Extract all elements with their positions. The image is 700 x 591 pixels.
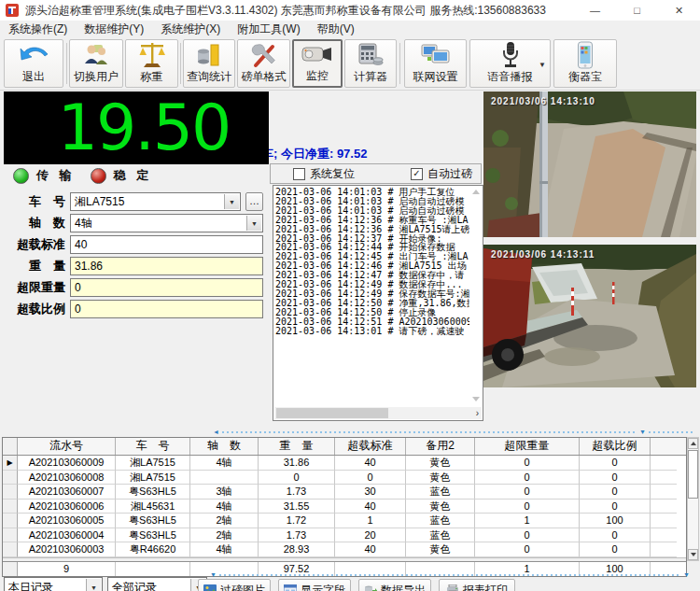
table-cell: 40	[335, 500, 406, 514]
column-header[interactable]: 流水号	[18, 438, 116, 455]
ticket-format-button[interactable]: 磅单格式	[237, 39, 290, 88]
menu-item[interactable]: 附加工具(W)	[229, 21, 308, 37]
weight-row: 重 量 31.86	[0, 257, 271, 275]
query-stats-button[interactable]: 查询统计	[183, 39, 235, 88]
record-range-filter[interactable]: 本日记录 ▼	[4, 577, 103, 591]
scrollbar-thumb[interactable]	[688, 450, 698, 499]
chevron-down-icon[interactable]: ▼	[539, 61, 546, 69]
calculator-button[interactable]: 计算器	[344, 39, 397, 88]
chevron-down-icon[interactable]: ▼	[224, 194, 239, 209]
export-data-button[interactable]: 数据导出	[358, 579, 431, 591]
table-row[interactable]: A202103060006湘L456314轴31.5540黄色00	[3, 500, 686, 514]
event-log-panel[interactable]: 2021-03-06 14:01:03 # 用户手工复位2021-03-06 1…	[273, 185, 483, 421]
scrollbar-thumb[interactable]	[276, 408, 388, 418]
overload-ratio-input[interactable]: 0	[70, 300, 263, 318]
table-cell: 0	[475, 500, 580, 514]
weight-led-display: 19.50	[4, 91, 269, 164]
table-cell: 1.72	[259, 514, 335, 528]
table-cell: A202103060009	[18, 456, 116, 471]
table-cell: 黄色	[406, 500, 475, 514]
table-row[interactable]: A202103060007粤S63HL53轴1.7330蓝色00	[3, 485, 686, 500]
table-cell: 2轴	[190, 528, 259, 543]
table-cell: 40	[335, 456, 406, 471]
table-header-row: 流水号车 号轴 数重 量超载标准备用2超限重量超载比例	[3, 438, 686, 456]
footer-button-label: 显示字段	[301, 583, 345, 591]
column-header[interactable]: 超限重量	[475, 438, 580, 455]
scroll-right-icon[interactable]: ›	[476, 407, 479, 419]
show-fields-button[interactable]: 显示字段	[278, 579, 351, 591]
overload-standard-row: 超载标准 40	[0, 235, 271, 254]
exit-button[interactable]: 退出	[4, 39, 63, 88]
table-cell: A202103060005	[18, 514, 116, 528]
chevron-down-icon[interactable]: ▼	[86, 579, 101, 591]
table-cell: 粤R46620	[116, 542, 190, 557]
table-cell: 粤S63HL5	[116, 528, 190, 543]
scroll-down-icon[interactable]	[472, 397, 480, 401]
column-header[interactable]: 备用2	[406, 438, 475, 455]
overload-ratio-value: 0	[75, 303, 81, 316]
column-header[interactable]: 车 号	[116, 438, 190, 455]
close-button[interactable]: ✕	[658, 0, 700, 21]
plate-number-combo[interactable]: 湘LA7515 ▼	[70, 192, 241, 211]
scroll-up-icon[interactable]	[472, 190, 480, 194]
minimize-button[interactable]: —	[574, 0, 616, 21]
calculator-icon	[357, 40, 384, 69]
splitter-collapse-down-icon[interactable]: ▼	[639, 428, 646, 436]
switch-user-button[interactable]: 切换用户	[69, 39, 123, 88]
overload-standard-label: 超载标准	[0, 236, 65, 253]
camera2-scene	[483, 245, 696, 387]
records-table[interactable]: 流水号车 号轴 数重 量超载标准备用2超限重量超载比例▶A20210306000…	[2, 437, 687, 577]
scroll-down-icon[interactable]	[688, 549, 698, 560]
voice-broadcast-button[interactable]: 语音播报 ▼	[469, 39, 551, 88]
table-row[interactable]: A202103060005粤S63HL52轴1.721蓝色1100	[3, 514, 686, 528]
splitter-collapse-down-icon[interactable]: ▼	[683, 570, 690, 579]
table-cell: 黄色	[406, 542, 475, 557]
table-row[interactable]: A202103060003粤R466204轴28.9340黄色00	[3, 542, 686, 557]
row-selector	[3, 514, 18, 528]
camera1-timestamp: 2021/03/06 14:13:10	[491, 96, 595, 106]
record-type-filter[interactable]: 全部记录 ▼	[107, 577, 207, 591]
row-selector	[3, 528, 18, 543]
table-cell: 4轴	[190, 500, 259, 514]
stable-label: 稳 定	[114, 167, 153, 184]
table-vertical-scrollbar[interactable]	[687, 437, 699, 561]
splitter-collapse-left-icon[interactable]: ◄	[213, 428, 219, 436]
menu-item[interactable]: 数据维护(Y)	[76, 21, 152, 37]
weigh-button[interactable]: 称重	[125, 39, 178, 88]
tools-icon	[250, 40, 278, 69]
scale-app-button[interactable]: 衡器宝	[553, 39, 617, 88]
menu-item[interactable]: 帮助(V)	[309, 21, 363, 37]
toolbar-button-label: 语音播报	[488, 69, 533, 85]
menu-item[interactable]: 系统维护(X)	[152, 21, 229, 37]
axle-count-combo[interactable]: 4轴 ▼	[70, 214, 263, 232]
table-row[interactable]: A202103060004粤S63HL52轴1.7320蓝色00	[3, 528, 686, 543]
menu-item[interactable]: 系统操作(Z)	[0, 21, 76, 37]
scroll-up-icon[interactable]	[688, 438, 698, 449]
over-limit-weight-input[interactable]: 0	[70, 278, 263, 297]
network-settings-button[interactable]: 联网设置	[404, 39, 467, 88]
column-header[interactable]: 超载比例	[580, 438, 651, 455]
column-header[interactable]: 轴 数	[190, 438, 259, 455]
column-header[interactable]: 超载标准	[335, 438, 406, 455]
table-row[interactable]: A202103060008湘LA751500黄色00	[3, 471, 686, 485]
system-reset-checkbox[interactable]: 系统复位	[293, 166, 355, 182]
plate-browse-button[interactable]: …	[245, 192, 263, 211]
auto-weigh-checkbox[interactable]: ✓ 自动过磅	[411, 166, 472, 182]
table-cell: A202103060003	[18, 542, 116, 557]
transmit-indicator-icon	[13, 168, 29, 184]
chevron-down-icon[interactable]: ▼	[246, 216, 261, 231]
print-report-button[interactable]: 报表打印	[439, 579, 515, 591]
overload-standard-input[interactable]: 40	[70, 235, 263, 254]
table-row[interactable]: ▶A202103060009湘LA75154轴31.8640黄色00	[3, 456, 686, 471]
stable-indicator-icon	[91, 168, 106, 184]
log-horizontal-scrollbar[interactable]: ›	[274, 407, 482, 419]
monitor-button[interactable]: 监控	[292, 39, 343, 88]
weight-input[interactable]: 31.86	[70, 257, 263, 275]
weight-value: 31.86	[75, 260, 103, 273]
column-header[interactable]: 重 量	[259, 438, 335, 455]
horizontal-splitter-bottom[interactable]: ▼ ▼	[0, 572, 700, 578]
splitter-collapse-down-icon[interactable]: ▼	[210, 570, 217, 579]
maximize-button[interactable]: □	[616, 0, 658, 21]
weigh-photos-button[interactable]: 过磅图片	[198, 579, 271, 591]
horizontal-splitter[interactable]: ◄ ▼	[0, 429, 700, 435]
